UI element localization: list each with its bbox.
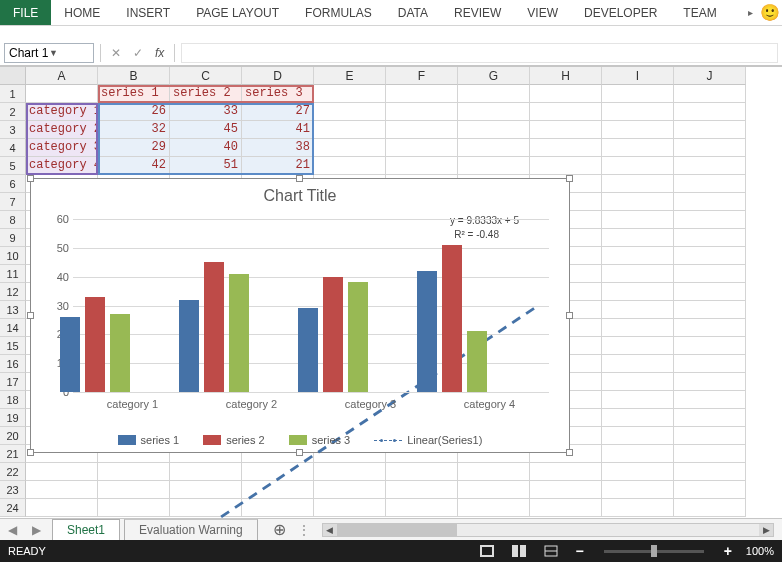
row-header-21[interactable]: 21: [0, 445, 26, 463]
ribbon-tab-developer[interactable]: DEVELOPER: [571, 0, 670, 25]
cell-B4[interactable]: 29: [98, 139, 170, 157]
cell-J11[interactable]: [674, 265, 746, 283]
ribbon-tab-review[interactable]: REVIEW: [441, 0, 514, 25]
ribbon-tab-data[interactable]: DATA: [385, 0, 441, 25]
zoom-in-button[interactable]: +: [722, 543, 734, 559]
tab-nav-prev-icon[interactable]: ◀: [0, 523, 24, 537]
cell-E2[interactable]: [314, 103, 386, 121]
cell-J19[interactable]: [674, 409, 746, 427]
ribbon-tab-home[interactable]: HOME: [51, 0, 113, 25]
zoom-thumb[interactable]: [651, 545, 657, 557]
row-header-20[interactable]: 20: [0, 427, 26, 445]
bar-series1-3[interactable]: [417, 271, 437, 392]
ribbon-tab-file[interactable]: FILE: [0, 0, 51, 25]
cell-J8[interactable]: [674, 211, 746, 229]
chart-object[interactable]: Chart Title y = 9.8333x + 5 R² = -0.48 0…: [30, 178, 570, 453]
row-header-18[interactable]: 18: [0, 391, 26, 409]
ribbon-tab-insert[interactable]: INSERT: [113, 0, 183, 25]
row-header-3[interactable]: 3: [0, 121, 26, 139]
row-header-10[interactable]: 10: [0, 247, 26, 265]
row-header-14[interactable]: 14: [0, 319, 26, 337]
bar-series1-0[interactable]: [60, 317, 80, 392]
resize-handle[interactable]: [566, 175, 573, 182]
cell-I6[interactable]: [602, 175, 674, 193]
row-header-11[interactable]: 11: [0, 265, 26, 283]
resize-handle[interactable]: [27, 175, 34, 182]
bar-series3-1[interactable]: [229, 274, 249, 392]
legend-item-series1[interactable]: series 1: [118, 434, 180, 446]
resize-handle[interactable]: [566, 312, 573, 319]
cell-G2[interactable]: [458, 103, 530, 121]
cell-F2[interactable]: [386, 103, 458, 121]
view-page-break-icon[interactable]: [541, 543, 561, 559]
cell-A1[interactable]: [26, 85, 98, 103]
bar-series3-0[interactable]: [110, 314, 130, 392]
cell-J13[interactable]: [674, 301, 746, 319]
row-header-2[interactable]: 2: [0, 103, 26, 121]
col-header-E[interactable]: E: [314, 67, 386, 85]
cell-E1[interactable]: [314, 85, 386, 103]
cell-G4[interactable]: [458, 139, 530, 157]
cell-J9[interactable]: [674, 229, 746, 247]
resize-handle[interactable]: [27, 312, 34, 319]
col-header-F[interactable]: F: [386, 67, 458, 85]
cell-I15[interactable]: [602, 337, 674, 355]
cell-I18[interactable]: [602, 391, 674, 409]
bar-series2-0[interactable]: [85, 297, 105, 392]
cell-B1[interactable]: series 1: [98, 85, 170, 103]
chevron-down-icon[interactable]: ▼: [49, 48, 89, 58]
row-header-5[interactable]: 5: [0, 157, 26, 175]
cell-D5[interactable]: 21: [242, 157, 314, 175]
chart-title[interactable]: Chart Title: [31, 179, 569, 209]
cell-J12[interactable]: [674, 283, 746, 301]
cell-I23[interactable]: [602, 481, 674, 499]
col-header-C[interactable]: C: [170, 67, 242, 85]
col-header-B[interactable]: B: [98, 67, 170, 85]
row-header-22[interactable]: 22: [0, 463, 26, 481]
formula-input[interactable]: [181, 43, 778, 63]
new-sheet-icon[interactable]: ⊕: [266, 520, 294, 539]
cell-J24[interactable]: [674, 499, 746, 517]
legend-item-series2[interactable]: series 2: [203, 434, 265, 446]
cell-G5[interactable]: [458, 157, 530, 175]
cell-C5[interactable]: 51: [170, 157, 242, 175]
cell-A2[interactable]: category 1: [26, 103, 98, 121]
cell-I19[interactable]: [602, 409, 674, 427]
cell-I21[interactable]: [602, 445, 674, 463]
cell-E5[interactable]: [314, 157, 386, 175]
ribbon-more-icon[interactable]: ▸: [742, 0, 758, 25]
cell-H4[interactable]: [530, 139, 602, 157]
tab-nav-next-icon[interactable]: ▶: [24, 523, 48, 537]
cell-H3[interactable]: [530, 121, 602, 139]
col-header-G[interactable]: G: [458, 67, 530, 85]
cell-I10[interactable]: [602, 247, 674, 265]
row-header-9[interactable]: 9: [0, 229, 26, 247]
cell-J1[interactable]: [674, 85, 746, 103]
chart-legend[interactable]: series 1 series 2 series 3 Linear(Series…: [31, 434, 569, 446]
zoom-slider[interactable]: [604, 550, 704, 553]
col-header-I[interactable]: I: [602, 67, 674, 85]
cell-D3[interactable]: 41: [242, 121, 314, 139]
ribbon-tab-formulas[interactable]: FORMULAS: [292, 0, 385, 25]
cell-H1[interactable]: [530, 85, 602, 103]
row-header-6[interactable]: 6: [0, 175, 26, 193]
zoom-percent[interactable]: 100%: [746, 545, 774, 557]
horizontal-scrollbar[interactable]: ◀ ▶: [322, 523, 774, 537]
cell-I11[interactable]: [602, 265, 674, 283]
cell-J2[interactable]: [674, 103, 746, 121]
cell-I2[interactable]: [602, 103, 674, 121]
cell-I5[interactable]: [602, 157, 674, 175]
row-header-23[interactable]: 23: [0, 481, 26, 499]
cell-J5[interactable]: [674, 157, 746, 175]
formula-confirm-icon[interactable]: ✓: [129, 46, 147, 60]
cell-H2[interactable]: [530, 103, 602, 121]
ribbon-tab-page-layout[interactable]: PAGE LAYOUT: [183, 0, 292, 25]
view-normal-icon[interactable]: [477, 543, 497, 559]
fx-label[interactable]: fx: [151, 46, 168, 60]
resize-handle[interactable]: [296, 175, 303, 182]
bar-series2-2[interactable]: [323, 277, 343, 392]
row-header-4[interactable]: 4: [0, 139, 26, 157]
cell-E4[interactable]: [314, 139, 386, 157]
cell-I9[interactable]: [602, 229, 674, 247]
bar-series1-1[interactable]: [179, 300, 199, 392]
